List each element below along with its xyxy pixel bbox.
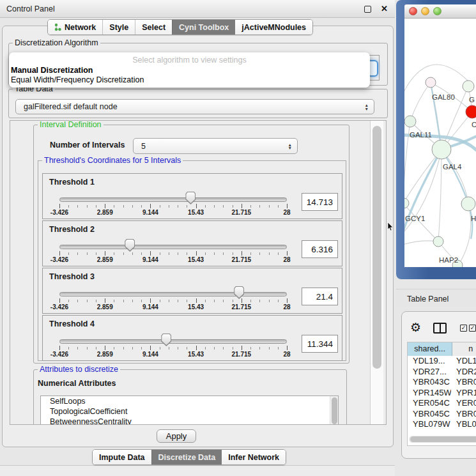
tab-infer-network[interactable]: Infer Network (222, 450, 286, 464)
dropdown-option-manual-discretization[interactable]: Manual Discretization (11, 66, 93, 75)
tick-mark (187, 205, 187, 208)
tick-mark (96, 252, 96, 255)
tab-select[interactable]: Select (135, 20, 172, 35)
table-data-combobox[interactable]: galFiltered.sif default node ▲▼ (15, 99, 374, 114)
tick-mark (114, 347, 114, 349)
slider-tick-labels: -3.4262.8599.14415.4321.71528 (43, 256, 342, 264)
table-row[interactable]: YBL079WYBL0 (408, 419, 476, 430)
attribute-list-item[interactable]: BetweennessCentrality (41, 417, 338, 425)
tab-style[interactable]: Style (102, 20, 135, 35)
list-scrollbar-thumb[interactable] (332, 397, 337, 424)
checkbox-icon[interactable]: ✓ (460, 325, 467, 332)
tick-label: -3.426 (50, 351, 68, 358)
tab-impute-data[interactable]: Impute Data (93, 450, 151, 464)
table-cell[interactable]: YDR27... (408, 367, 451, 378)
tick-mark (196, 298, 197, 303)
float-window-icon[interactable] (364, 6, 371, 13)
table-cell[interactable]: YER0 (451, 398, 476, 409)
table-cell[interactable]: YBR0 (451, 377, 476, 388)
horizontal-scrollbar[interactable] (409, 436, 476, 443)
network-node-hap2[interactable] (433, 236, 443, 247)
slider-track[interactable] (59, 339, 287, 344)
table-cell[interactable]: YPR145W (408, 388, 451, 399)
tab-cyni-toolbox[interactable]: Cyni Toolbox (172, 20, 235, 35)
gear-icon[interactable]: ⚙ (410, 320, 421, 335)
table-row[interactable]: YPR145WYPR1 (408, 388, 476, 399)
column-header-shared-name[interactable]: shared... (408, 342, 452, 356)
table-cell[interactable]: YBR0 (451, 409, 476, 420)
table-cell[interactable]: YBL0 (451, 419, 476, 430)
list-scrollbar[interactable] (330, 396, 338, 425)
table-row[interactable]: YDR27...YDR2 (408, 367, 476, 378)
table-row[interactable]: YLR345WYLR3 (408, 430, 476, 433)
tick-mark (278, 347, 279, 349)
tab-jactivemnodules[interactable]: jActiveMNodules (235, 20, 312, 35)
close-icon[interactable]: ✕ (381, 4, 388, 13)
tick-mark (96, 347, 96, 349)
number-of-intervals-spinner[interactable]: 5 ▲▼ (133, 138, 298, 154)
slider-ticks (43, 298, 342, 303)
algorithm-dropdown-popup: Select algorithm to view settings Manual… (9, 52, 370, 88)
network-node-gal80[interactable] (426, 77, 436, 88)
tick-mark (132, 300, 133, 302)
tick-mark (205, 347, 206, 349)
horizontal-scrollbar-thumb[interactable] (410, 436, 476, 442)
slider-thumb[interactable] (234, 286, 244, 299)
threshold-4-value-field[interactable] (302, 335, 338, 353)
network-node[interactable] (463, 81, 474, 92)
network-node-gal4[interactable] (432, 140, 451, 159)
slider-thumb[interactable] (185, 192, 196, 204)
table-cell[interactable]: YLR345W (408, 430, 451, 433)
attribute-list-item[interactable]: SelfLoops (41, 396, 338, 406)
slider-track[interactable] (59, 245, 287, 249)
tick-label: 2.859 (97, 351, 113, 358)
apply-button[interactable]: Apply (157, 429, 196, 443)
slider-track[interactable] (59, 197, 287, 202)
tab-label: Style (109, 23, 128, 32)
table-cell[interactable]: YBR045C (408, 409, 451, 420)
split-view-icon[interactable] (433, 323, 447, 334)
close-traffic-light[interactable] (409, 7, 417, 15)
slider-thumb[interactable] (125, 239, 135, 252)
network-node[interactable] (461, 197, 475, 211)
table-cell[interactable]: YLR3 (451, 430, 476, 433)
network-view-window: GAL80 G C GAL11 GAL4 GCY1 H HAP2 (396, 0, 476, 279)
table-cell[interactable]: YER054C (408, 398, 451, 409)
minimize-traffic-light[interactable] (421, 7, 429, 15)
network-node-gal11[interactable] (404, 116, 416, 127)
node-label-hap2: HAP2 (439, 256, 458, 264)
checkbox-icon[interactable]: ✓ (469, 325, 476, 332)
table-cell[interactable]: YDR2 (451, 367, 476, 378)
threshold-3-value-field[interactable] (302, 288, 338, 305)
threshold-1-value-field[interactable] (302, 193, 338, 211)
network-node-gcy1[interactable] (404, 198, 409, 208)
table-cell[interactable]: YPR1 (451, 388, 476, 399)
dropdown-option-equal-width-frequency[interactable]: Equal Width/Frequency Discretization (11, 75, 144, 84)
tab-network[interactable]: Network (48, 20, 102, 35)
tab-discretize-data[interactable]: Discretize Data (151, 450, 222, 464)
thresholds-group: Threshold's Coordinates for 5 Intervals … (38, 160, 346, 361)
table-cell[interactable]: YBR043C (408, 377, 451, 388)
table-cell[interactable]: YDL19... (408, 356, 451, 367)
vertical-scrollbar[interactable] (370, 121, 383, 425)
table-row[interactable]: YBR043CYBR0 (408, 377, 476, 388)
slider-thumb[interactable] (161, 334, 171, 346)
tick-mark (169, 252, 169, 255)
threshold-2-value-field[interactable] (302, 240, 338, 258)
table-row[interactable]: YBR045CYBR0 (408, 409, 476, 420)
column-header-name[interactable]: n (452, 342, 476, 356)
network-node-selected-red[interactable] (466, 105, 476, 118)
table-row[interactable]: YDL19...YDL1 (408, 356, 476, 367)
tick-mark (59, 251, 60, 256)
vertical-scrollbar-thumb[interactable] (372, 126, 381, 369)
tick-label: -3.426 (50, 256, 68, 263)
zoom-traffic-light[interactable] (433, 7, 441, 15)
slider-ticks (43, 251, 342, 256)
table-cell[interactable]: YBL079W (408, 419, 451, 430)
table-cell[interactable]: YDL1 (451, 356, 476, 367)
slider-track[interactable] (59, 292, 287, 296)
table-row[interactable]: YER054CYER0 (408, 398, 476, 409)
attribute-list-item[interactable]: TopologicalCoefficient (41, 406, 338, 417)
network-canvas[interactable]: GAL80 G C GAL11 GAL4 GCY1 H HAP2 (404, 19, 476, 267)
tick-mark (250, 252, 251, 255)
